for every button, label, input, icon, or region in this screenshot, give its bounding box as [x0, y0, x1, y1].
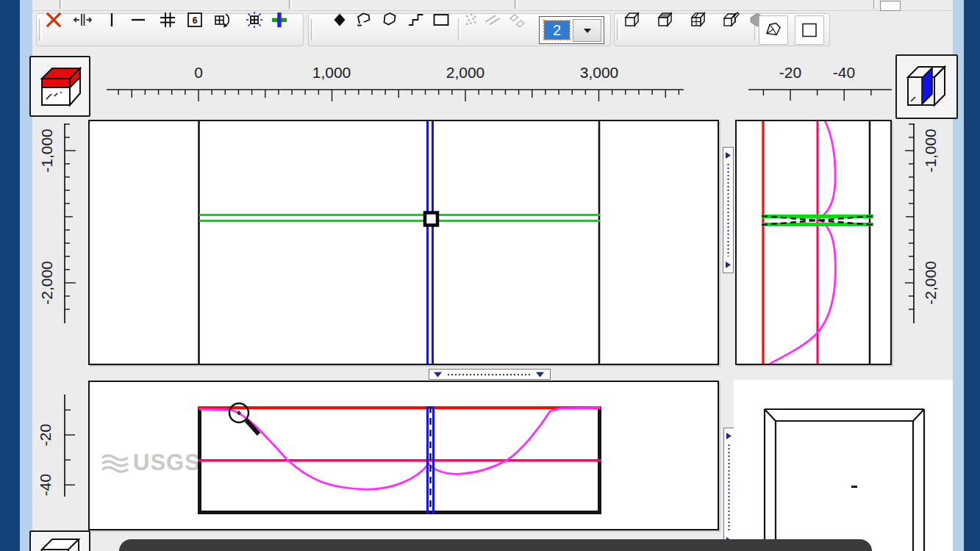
svg-text:6: 6	[193, 15, 198, 26]
arrow-right-icon	[726, 433, 732, 439]
layer-selector-arrow-button[interactable]	[573, 19, 601, 42]
top-ruler-label: 1,000	[312, 64, 351, 82]
slider-track	[724, 428, 734, 548]
rotate-grid-button[interactable]	[212, 10, 233, 30]
cube-open-top-icon	[656, 10, 675, 29]
point-object-button[interactable]	[329, 10, 350, 30]
selection-handle[interactable]	[425, 213, 437, 226]
left-ruler-label: -1,000	[38, 129, 56, 173]
cube-icon	[623, 10, 642, 29]
top-right-ruler-label: -20	[779, 64, 801, 82]
top-ruler-label: 0	[194, 64, 203, 82]
front-view-canvas[interactable]: USGS	[88, 381, 719, 530]
slider-track	[723, 148, 733, 273]
right-ruler	[905, 119, 924, 329]
add-horizontal-grid-line-button[interactable]	[128, 10, 149, 30]
cube-grid-icon	[689, 10, 708, 29]
right-ruler-label: -2,000	[922, 261, 940, 305]
selected-row-highlight[interactable]	[199, 215, 600, 221]
blank-square-button[interactable]	[795, 15, 824, 45]
crumpled-surface-button[interactable]	[759, 15, 788, 45]
layer-selector[interactable]: 2	[539, 16, 604, 44]
parallel-lines-button	[482, 10, 503, 30]
parallel-rectangles-icon	[508, 10, 527, 29]
subdivide-grid-button[interactable]	[244, 10, 265, 30]
model-bottom-edge	[198, 511, 601, 514]
3d-gridded-button[interactable]	[688, 10, 709, 30]
object-curve[interactable]	[199, 408, 600, 489]
3d-center-mark	[851, 486, 857, 488]
green-blue-plus-icon	[270, 10, 289, 29]
front-view-drawing	[90, 382, 718, 529]
bottom-left-ruler	[59, 389, 78, 501]
top-view-icon	[36, 64, 85, 109]
rotate-grid-icon	[213, 10, 232, 29]
toolbar-separator	[60, 0, 62, 9]
add-grid-lines-button[interactable]	[269, 10, 290, 30]
polyline-object-button[interactable]	[354, 10, 375, 30]
top-view-button[interactable]	[29, 56, 90, 117]
chevron-down-icon	[583, 28, 592, 34]
side-view-icon	[904, 63, 951, 110]
side-view-drawing	[737, 121, 890, 364]
top-right-ruler-label: -40	[833, 64, 855, 82]
toolbar-grab-handle[interactable]	[39, 19, 42, 40]
rectangle-icon	[432, 10, 451, 29]
arrow-down-icon	[536, 372, 544, 378]
left-ruler-label: -2,000	[38, 261, 56, 305]
toolbar-edit-box[interactable]	[880, 1, 901, 11]
grid-icon	[158, 10, 177, 29]
front-view-vertical-slider[interactable]	[723, 428, 734, 549]
red-x-icon	[44, 10, 63, 29]
toolbar-grab-handle[interactable]	[311, 19, 314, 40]
front-view-icon	[36, 532, 85, 551]
top-view-canvas[interactable]	[88, 120, 719, 365]
layer-selector-value[interactable]: 2	[544, 21, 570, 40]
subdivide-grid-icon	[245, 10, 264, 29]
window-frame-left	[0, 0, 20, 551]
selected-column-highlight[interactable]	[428, 121, 433, 364]
left-ruler	[59, 119, 78, 329]
front-view-button[interactable]	[29, 530, 90, 551]
3d-view-drawing	[734, 380, 953, 551]
toolbar-separator	[873, 0, 876, 9]
layer-middle-line[interactable]	[198, 459, 601, 462]
object-curve[interactable]	[769, 121, 835, 364]
set-grid-spacing-button[interactable]: 6	[185, 10, 205, 30]
3d-slab-button[interactable]	[721, 10, 742, 30]
edit-grid-lines-button[interactable]	[157, 10, 178, 30]
slider-track	[429, 370, 550, 379]
move-grid-line-button[interactable]	[72, 10, 93, 30]
3d-top-surface-button[interactable]	[655, 10, 676, 30]
polygon-object-button[interactable]	[380, 10, 401, 30]
bottom-left-ruler-label: -40	[37, 474, 54, 496]
window-frame-right	[964, 0, 980, 551]
arrow-right-icon	[726, 262, 731, 268]
polygon-icon	[381, 10, 400, 29]
grid-spacing-icon: 6	[185, 10, 204, 29]
side-view-button[interactable]	[895, 54, 958, 119]
layer-top-line[interactable]	[198, 406, 601, 409]
toolbar-grab-handle[interactable]	[617, 19, 620, 40]
overlay-bar	[119, 539, 872, 551]
cube-slab-icon	[722, 10, 741, 29]
parallel-lines-icon	[483, 10, 502, 29]
straight-line-object-button[interactable]	[406, 10, 426, 30]
vertical-line-icon	[102, 10, 121, 29]
horizontal-line-icon	[129, 10, 148, 29]
step-line-icon	[407, 10, 426, 29]
add-vertical-grid-line-button[interactable]	[101, 10, 122, 30]
rectangle-object-button[interactable]	[431, 10, 451, 30]
side-view-canvas[interactable]	[735, 120, 892, 365]
top-view-vertical-slider[interactable]	[723, 147, 734, 273]
top-ruler-label: 2,000	[446, 64, 485, 82]
bottom-left-ruler-label: -20	[37, 424, 54, 446]
parallel-rectangles-button	[507, 10, 528, 30]
toolbar-separator	[289, 0, 292, 9]
delete-grid-line-button[interactable]	[43, 10, 64, 30]
front-view-horizontal-slider[interactable]	[429, 369, 551, 380]
3d-view-canvas[interactable]	[734, 380, 953, 551]
sample-points-button	[461, 10, 482, 30]
application-window: 6	[0, 0, 980, 551]
3d-view-button[interactable]	[622, 10, 643, 30]
